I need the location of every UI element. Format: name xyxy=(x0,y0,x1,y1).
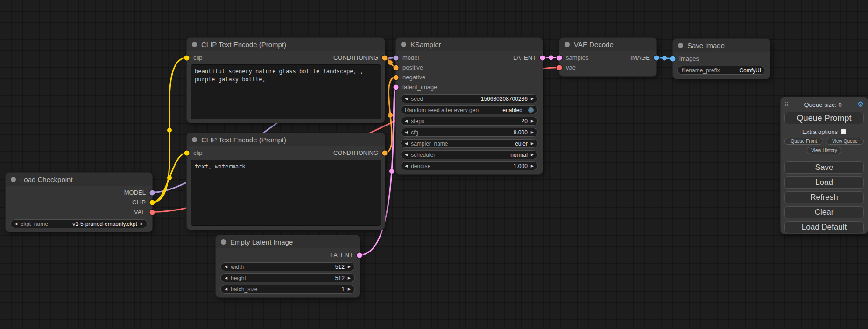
increment-arrow-icon[interactable]: ▶ xyxy=(531,97,534,101)
load-default-button[interactable]: Load Default xyxy=(784,221,864,233)
collapse-dot-icon[interactable] xyxy=(192,137,197,142)
node-graph-canvas[interactable]: Load Checkpoint MODEL CLIP VAE ◀ ckpt_na… xyxy=(0,0,868,329)
node-title-bar[interactable]: CLIP Text Encode (Prompt) xyxy=(187,38,385,51)
widget-label: ckpt_name xyxy=(21,221,48,227)
view-queue-button[interactable]: View Queue xyxy=(826,138,864,145)
output-port-conditioning[interactable] xyxy=(382,150,388,155)
node-load-checkpoint[interactable]: Load Checkpoint MODEL CLIP VAE ◀ ckpt_na… xyxy=(6,173,152,232)
toggle-indicator-icon[interactable] xyxy=(528,107,534,113)
slot-row: CLIP xyxy=(6,197,152,207)
collapse-dot-icon[interactable] xyxy=(401,42,406,47)
collapse-dot-icon[interactable] xyxy=(678,43,683,48)
refresh-button[interactable]: Refresh xyxy=(784,191,864,203)
widget-scheduler[interactable]: ◀ scheduler normal ▶ xyxy=(401,150,538,159)
slot-label-clip: clip xyxy=(193,54,203,61)
widget-label: width xyxy=(231,264,244,270)
node-vae-decode[interactable]: VAE Decode samples IMAGE vae xyxy=(559,38,656,76)
slot-label-image: IMAGE xyxy=(630,54,650,61)
widget-sampler-name[interactable]: ◀ sampler_name euler ▶ xyxy=(401,139,538,148)
slot-row: negative xyxy=(396,72,543,82)
output-port-conditioning[interactable] xyxy=(382,55,388,60)
increment-arrow-icon[interactable]: ▶ xyxy=(531,164,534,168)
increment-arrow-icon[interactable]: ▶ xyxy=(348,265,351,269)
output-port-model[interactable] xyxy=(150,190,155,195)
node-title-bar[interactable]: Load Checkpoint xyxy=(6,173,152,186)
widget-cfg[interactable]: ◀ cfg 8.000 ▶ xyxy=(401,128,538,137)
slot-label-latent-image: latent_image xyxy=(402,84,437,91)
widget-batch-size[interactable]: ◀ batch_size 1 ▶ xyxy=(220,285,355,294)
collapse-dot-icon[interactable] xyxy=(11,177,16,182)
widget-steps[interactable]: ◀ steps 20 ▶ xyxy=(401,117,538,126)
collapse-dot-icon[interactable] xyxy=(565,42,570,47)
slot-row: model LATENT xyxy=(396,53,543,63)
save-button[interactable]: Save xyxy=(784,161,864,174)
node-clip-text-encode-negative[interactable]: CLIP Text Encode (Prompt) clip CONDITION… xyxy=(187,133,385,230)
queue-front-button[interactable]: Queue Front xyxy=(784,138,823,145)
widget-value: euler xyxy=(515,140,528,147)
input-port-vae[interactable] xyxy=(557,65,562,70)
collapse-dot-icon[interactable] xyxy=(192,42,197,47)
widget-height[interactable]: ◀ height 512 ▶ xyxy=(220,273,355,282)
input-port-clip[interactable] xyxy=(184,150,190,155)
increment-arrow-icon[interactable]: ▶ xyxy=(348,287,351,291)
next-arrow-icon[interactable]: ▶ xyxy=(531,153,534,157)
output-port-clip[interactable] xyxy=(150,200,155,205)
drag-handle-icon[interactable]: ⠿ xyxy=(784,101,789,108)
node-title: KSampler xyxy=(410,41,441,49)
increment-arrow-icon[interactable]: ▶ xyxy=(348,276,351,280)
input-port-negative[interactable] xyxy=(394,75,399,80)
input-port-clip[interactable] xyxy=(184,55,190,60)
prompt-textarea[interactable]: beautiful scenery nature glass bottle la… xyxy=(191,65,381,119)
node-title-bar[interactable]: VAE Decode xyxy=(559,38,656,51)
prev-arrow-icon[interactable]: ◀ xyxy=(405,153,408,157)
node-ksampler[interactable]: KSampler model LATENT positive negative … xyxy=(396,38,543,174)
widget-control-after-generate[interactable]: Random seed after every gen enabled xyxy=(401,105,538,114)
load-button[interactable]: Load xyxy=(784,176,864,189)
collapse-dot-icon[interactable] xyxy=(221,239,226,245)
node-title-bar[interactable]: Save Image xyxy=(673,39,770,52)
output-port-latent[interactable] xyxy=(357,252,362,258)
input-port-model[interactable] xyxy=(394,55,399,60)
clear-button[interactable]: Clear xyxy=(784,206,864,218)
node-save-image[interactable]: Save Image images filename_prefix ComfyU… xyxy=(673,39,770,79)
next-arrow-icon[interactable]: ▶ xyxy=(531,142,534,146)
node-title-bar[interactable]: Empty Latent Image xyxy=(216,235,360,248)
output-port-latent[interactable] xyxy=(540,55,545,60)
decrement-arrow-icon[interactable]: ◀ xyxy=(405,119,408,123)
decrement-arrow-icon[interactable]: ◀ xyxy=(225,287,227,291)
prev-arrow-icon[interactable]: ◀ xyxy=(14,222,17,226)
increment-arrow-icon[interactable]: ▶ xyxy=(531,119,534,123)
widget-filename-prefix[interactable]: filename_prefix ComfyUI xyxy=(677,66,765,75)
decrement-arrow-icon[interactable]: ◀ xyxy=(405,131,408,134)
decrement-arrow-icon[interactable]: ◀ xyxy=(225,265,227,269)
input-port-positive[interactable] xyxy=(394,65,399,70)
widget-width[interactable]: ◀ width 512 ▶ xyxy=(220,262,355,271)
output-port-image[interactable] xyxy=(654,55,659,60)
widget-denoise[interactable]: ◀ denoise 1.000 ▶ xyxy=(401,161,538,170)
view-history-button[interactable]: View History xyxy=(807,147,841,154)
widget-value: 1.000 xyxy=(514,163,528,169)
node-empty-latent-image[interactable]: Empty Latent Image LATENT ◀ width 512 ▶ … xyxy=(216,235,360,297)
queue-prompt-button[interactable]: Queue Prompt xyxy=(784,112,864,124)
node-title-bar[interactable]: KSampler xyxy=(396,38,543,51)
widget-seed[interactable]: ◀ seed 156680208700286 ▶ xyxy=(401,94,538,103)
input-port-images[interactable] xyxy=(670,56,676,61)
extra-options-checkbox[interactable] xyxy=(841,129,846,134)
decrement-arrow-icon[interactable]: ◀ xyxy=(405,97,408,101)
settings-gear-icon[interactable]: ⚙ xyxy=(857,101,864,108)
input-port-latent-image[interactable] xyxy=(394,84,399,90)
next-arrow-icon[interactable]: ▶ xyxy=(141,222,143,226)
prompt-textarea[interactable]: text, watermark xyxy=(191,160,381,225)
slot-row: samples IMAGE xyxy=(559,53,656,63)
history-row: View History xyxy=(784,147,864,154)
decrement-arrow-icon[interactable]: ◀ xyxy=(405,164,408,168)
input-port-samples[interactable] xyxy=(557,55,562,60)
slot-label-model: model xyxy=(402,54,419,61)
increment-arrow-icon[interactable]: ▶ xyxy=(531,131,534,134)
decrement-arrow-icon[interactable]: ◀ xyxy=(225,276,227,280)
node-title-bar[interactable]: CLIP Text Encode (Prompt) xyxy=(187,133,385,146)
node-clip-text-encode-positive[interactable]: CLIP Text Encode (Prompt) clip CONDITION… xyxy=(187,38,385,123)
widget-ckpt-name[interactable]: ◀ ckpt_name v1-5-pruned-emaonly.ckpt ▶ xyxy=(10,219,148,228)
output-port-vae[interactable] xyxy=(150,210,155,215)
prev-arrow-icon[interactable]: ◀ xyxy=(405,142,408,146)
